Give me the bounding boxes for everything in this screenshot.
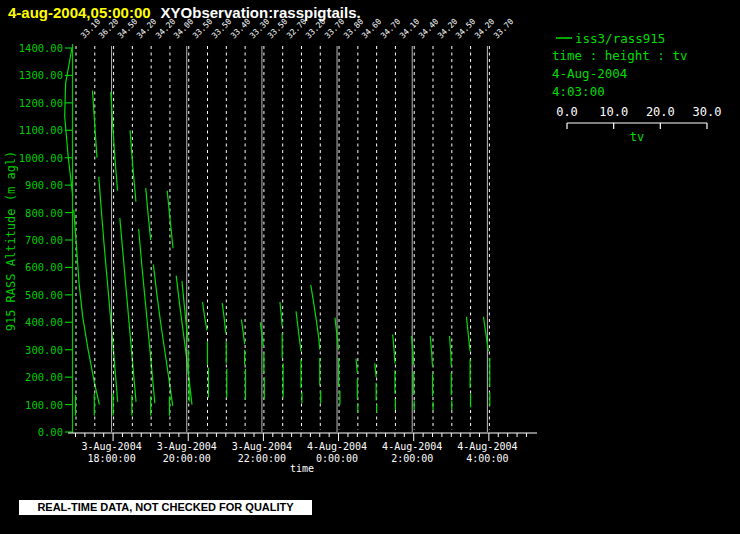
tv-scale-label: 10.0 — [592, 105, 636, 119]
legend-relation: time : height : tv — [552, 48, 687, 63]
y-tick-label: 800.00 — [17, 208, 63, 218]
legend-series-label: iss3/rass915 — [575, 31, 665, 46]
y-axis-title: 915 RASS Altitude (m agl) — [4, 131, 18, 351]
title-bar: 4-aug-2004,05:00:00XYObservation:rasspig… — [8, 4, 361, 21]
y-tick-label: 0.00 — [17, 427, 63, 437]
pigtail-profile-curve — [222, 303, 226, 333]
x-tick-date-label: 4-Aug-2004 4:00:00 — [442, 441, 532, 465]
y-tick-label: 100.00 — [17, 400, 63, 410]
pigtail-profile-curve — [120, 218, 136, 402]
pigtail-profile-curve — [203, 302, 208, 331]
y-tick-label: 1000.00 — [17, 153, 63, 163]
y-tick-label: 1300.00 — [17, 70, 63, 80]
y-tick-label: 500.00 — [17, 290, 63, 300]
legend-date: 4-Aug-2004 — [552, 66, 627, 81]
pigtail-profile-curve — [74, 210, 100, 405]
y-tick-label: 600.00 — [17, 262, 63, 272]
pigtail-profile-curve — [167, 191, 173, 249]
pigtail-profile-curve — [466, 317, 470, 351]
y-tick-label: 1400.00 — [17, 43, 63, 53]
pigtail-profile-curve — [356, 359, 357, 373]
legend-time: 4:03:00 — [552, 84, 605, 99]
y-tick-label: 1200.00 — [17, 98, 63, 108]
pigtail-profile-curve — [130, 130, 136, 201]
y-tick-label: 200.00 — [17, 372, 63, 382]
pigtail-profile-curve — [393, 334, 395, 363]
pigtail-profile-curve — [146, 188, 151, 240]
tv-scale-title: tv — [615, 130, 659, 144]
pigtail-profile-curve — [375, 363, 376, 377]
pigtail-profile-curve — [430, 336, 432, 366]
y-tick-label: 300.00 — [17, 345, 63, 355]
pigtail-profile-curve — [65, 48, 73, 196]
pigtail-profile-curve — [280, 302, 282, 326]
pigtail-profile-curve — [139, 229, 155, 403]
y-tick-label: 900.00 — [17, 180, 63, 190]
quality-warning-banner: REAL-TIME DATA, NOT CHECKED FOR QUALITY — [19, 500, 312, 515]
y-tick-label: 1100.00 — [17, 125, 63, 135]
pigtail-profile-curve — [296, 311, 301, 351]
tv-scale-label: 30.0 — [685, 105, 729, 119]
rass-pigtails-window: 4-aug-2004,05:00:00XYObservation:rasspig… — [0, 0, 740, 534]
y-tick-label: 400.00 — [17, 317, 63, 327]
pigtail-profile-curve — [311, 285, 320, 350]
title-datetime: 4-aug-2004,05:00:00 — [8, 4, 151, 21]
tv-scale-label: 20.0 — [638, 105, 682, 119]
pigtail-profile-curve — [241, 320, 244, 345]
pigtail-profile-curve — [99, 177, 118, 402]
y-tick-label: 700.00 — [17, 235, 63, 245]
tv-scale-label: 0.0 — [545, 105, 589, 119]
pigtail-profile-curve — [450, 336, 452, 366]
